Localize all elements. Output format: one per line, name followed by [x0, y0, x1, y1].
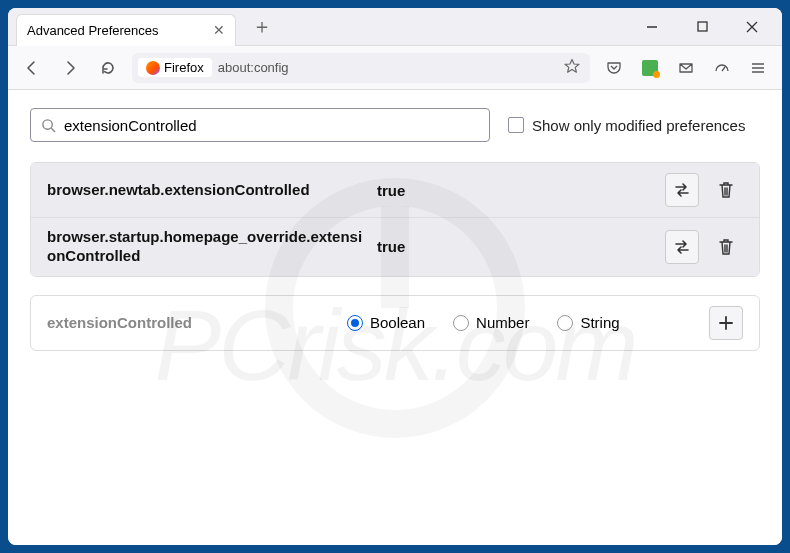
pref-value: true: [377, 182, 405, 199]
maximize-button[interactable]: [680, 12, 724, 42]
add-pref-button[interactable]: [709, 306, 743, 340]
pocket-icon[interactable]: [600, 54, 628, 82]
delete-button[interactable]: [709, 173, 743, 207]
content-area: PCrisk.com Show only modified preference…: [8, 90, 782, 545]
menu-button[interactable]: [744, 54, 772, 82]
trash-icon: [717, 238, 735, 256]
tab-bar: Advanced Preferences ✕ ＋: [8, 8, 782, 46]
radio-label: Number: [476, 314, 529, 331]
checkbox-icon: [508, 117, 524, 133]
pref-row: browser.newtab.extensionControlled true: [31, 163, 759, 218]
results-list: browser.newtab.extensionControlled true …: [30, 162, 760, 277]
new-tab-button[interactable]: ＋: [248, 13, 276, 41]
minimize-button[interactable]: [630, 12, 674, 42]
pref-value: true: [377, 238, 405, 255]
create-pref-name: extensionControlled: [47, 314, 337, 331]
radio-label: String: [580, 314, 619, 331]
type-radio-group: Boolean Number String: [347, 314, 699, 331]
pref-name: browser.newtab.extensionControlled: [47, 181, 367, 200]
toggle-button[interactable]: [665, 173, 699, 207]
speedometer-icon[interactable]: [708, 54, 736, 82]
address-bar[interactable]: Firefox about:config: [132, 53, 590, 83]
create-pref-row: extensionControlled Boolean Number Strin…: [30, 295, 760, 351]
toolbar: Firefox about:config: [8, 46, 782, 90]
inbox-icon[interactable]: [672, 54, 700, 82]
trash-icon: [717, 181, 735, 199]
forward-button[interactable]: [56, 54, 84, 82]
svg-point-8: [43, 119, 52, 128]
delete-button[interactable]: [709, 230, 743, 264]
only-modified-toggle[interactable]: Show only modified preferences: [508, 117, 745, 134]
svg-rect-1: [698, 22, 707, 31]
radio-number[interactable]: Number: [453, 314, 529, 331]
swap-icon: [673, 238, 691, 256]
radio-boolean[interactable]: Boolean: [347, 314, 425, 331]
pref-row: browser.startup.homepage_override.extens…: [31, 218, 759, 276]
close-icon[interactable]: ✕: [213, 22, 225, 38]
swap-icon: [673, 181, 691, 199]
plus-icon: [717, 314, 735, 332]
radio-label: Boolean: [370, 314, 425, 331]
identity-label: Firefox: [164, 60, 204, 75]
svg-line-4: [722, 67, 725, 71]
toggle-button[interactable]: [665, 230, 699, 264]
bookmark-star-icon[interactable]: [560, 58, 584, 78]
tab-active[interactable]: Advanced Preferences ✕: [16, 14, 236, 46]
back-button[interactable]: [18, 54, 46, 82]
close-window-button[interactable]: [730, 12, 774, 42]
reload-button[interactable]: [94, 54, 122, 82]
radio-string[interactable]: String: [557, 314, 619, 331]
tab-title: Advanced Preferences: [27, 23, 159, 38]
radio-icon: [453, 315, 469, 331]
url-text: about:config: [218, 60, 289, 75]
extension-icon[interactable]: [636, 54, 664, 82]
identity-badge: Firefox: [138, 58, 212, 77]
pref-name: browser.startup.homepage_override.extens…: [47, 228, 367, 266]
search-box[interactable]: [30, 108, 490, 142]
search-input[interactable]: [64, 117, 479, 134]
only-modified-label: Show only modified preferences: [532, 117, 745, 134]
radio-icon: [347, 315, 363, 331]
firefox-icon: [146, 61, 160, 75]
svg-line-9: [51, 128, 55, 132]
radio-icon: [557, 315, 573, 331]
search-icon: [41, 118, 56, 133]
